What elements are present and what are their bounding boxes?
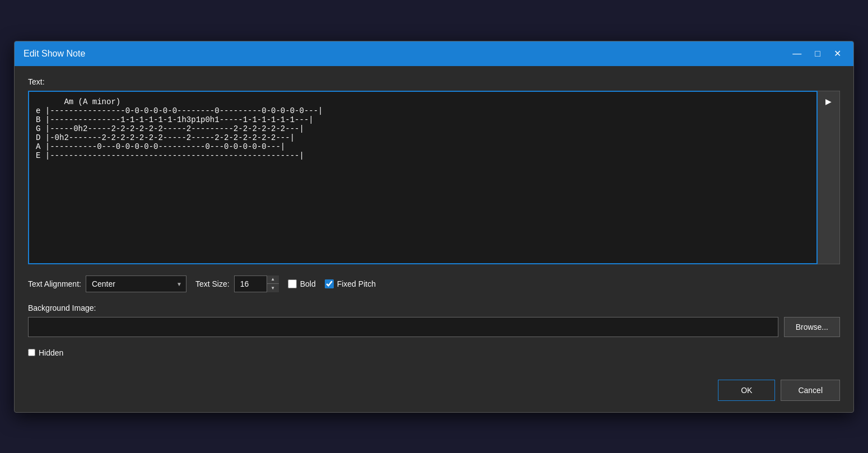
text-alignment-dropdown[interactable]: Left Center Right (86, 275, 186, 292)
background-image-label: Background Image: (28, 303, 840, 312)
minimize-button[interactable]: — (789, 48, 805, 59)
text-size-group: Text Size: ▲ ▼ (195, 275, 279, 292)
text-alignment-dropdown-wrapper: Left Center Right (86, 275, 186, 292)
ok-button[interactable]: OK (718, 380, 775, 401)
spinner-down-button[interactable]: ▼ (267, 284, 279, 292)
background-image-row: Browse... (28, 317, 840, 337)
browse-button[interactable]: Browse... (784, 317, 840, 337)
text-alignment-group: Text Alignment: Left Center Right (28, 275, 186, 292)
text-size-label: Text Size: (195, 279, 230, 288)
text-label: Text: (28, 77, 840, 86)
background-image-section: Background Image: Browse... (28, 303, 840, 337)
hidden-section: Hidden (28, 348, 840, 357)
background-image-input[interactable] (28, 317, 778, 337)
hidden-label[interactable]: Hidden (39, 348, 63, 357)
dialog-body: Text: ▶ Text Alignment: Left Center Righ… (15, 66, 853, 412)
close-button[interactable]: ✕ (830, 48, 844, 59)
maximize-button[interactable]: □ (811, 48, 824, 59)
fixed-pitch-checkbox-group: Fixed Pitch (325, 279, 376, 288)
controls-row: Text Alignment: Left Center Right Text S… (28, 275, 840, 292)
text-alignment-label: Text Alignment: (28, 279, 81, 288)
spinner-buttons: ▲ ▼ (267, 275, 279, 292)
edit-show-note-dialog: Edit Show Note — □ ✕ Text: ▶ Text Alignm… (14, 41, 854, 413)
bold-label[interactable]: Bold (300, 279, 316, 288)
text-area-container: ▶ (28, 91, 840, 264)
cancel-button[interactable]: Cancel (781, 380, 840, 401)
hidden-checkbox[interactable] (28, 349, 35, 356)
fixed-pitch-checkbox[interactable] (325, 279, 334, 288)
play-button[interactable]: ▶ (818, 91, 840, 264)
fixed-pitch-label[interactable]: Fixed Pitch (337, 279, 376, 288)
title-bar: Edit Show Note — □ ✕ (15, 41, 853, 66)
spinner-up-button[interactable]: ▲ (267, 275, 279, 284)
bold-checkbox-group: Bold (288, 279, 316, 288)
bold-checkbox[interactable] (288, 279, 297, 288)
bottom-buttons: OK Cancel (28, 374, 840, 401)
text-size-spinner-wrapper: ▲ ▼ (234, 275, 279, 292)
note-text-area[interactable] (28, 91, 818, 264)
title-bar-controls: — □ ✕ (789, 48, 844, 59)
dialog-title: Edit Show Note (24, 49, 85, 59)
